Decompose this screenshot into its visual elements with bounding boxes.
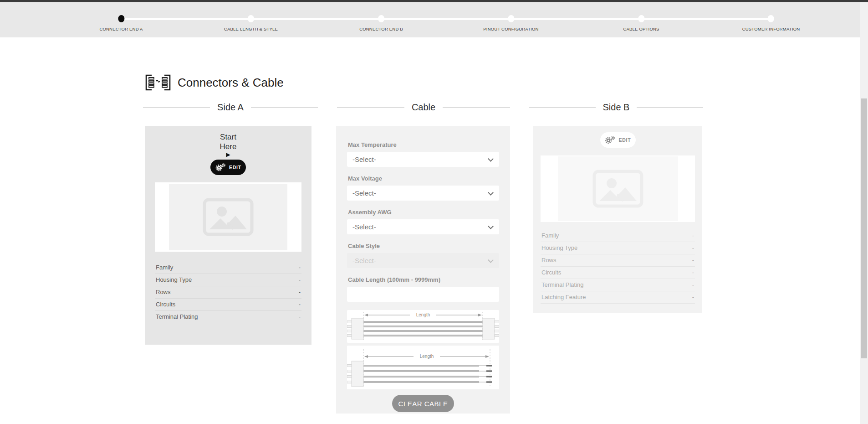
max-voltage-select[interactable]: -Select- xyxy=(347,186,499,201)
start-hint-line1: Start xyxy=(145,132,311,142)
step-label: CONNECTOR END B xyxy=(359,26,403,31)
property-value: - xyxy=(692,232,694,239)
step-circle[interactable] xyxy=(378,15,384,22)
property-row: Terminal Plating- xyxy=(155,311,301,323)
cable-single-connector-illustration: Length xyxy=(347,346,499,389)
cable-style-select[interactable]: -Select- xyxy=(347,253,499,268)
stepper-track xyxy=(121,18,771,20)
property-row: Rows- xyxy=(541,254,695,267)
stepper-step[interactable]: PINOUT CONFIGURATION xyxy=(483,15,538,31)
side-b-edit-button[interactable]: EDIT xyxy=(600,132,636,148)
stepper-step[interactable]: CABLE LENGTH & STYLE xyxy=(224,15,278,31)
scrollbar-track[interactable] xyxy=(860,2,868,424)
side-a-title: Side A xyxy=(217,102,244,113)
max-temperature-label: Max Temperature xyxy=(348,141,499,148)
step-label: CABLE OPTIONS xyxy=(623,26,659,31)
cable-length-label: Cable Length (100mm - 9999mm) xyxy=(348,276,499,283)
cable-style-label: Cable Style xyxy=(348,243,499,249)
property-label: Housing Type xyxy=(156,276,192,283)
clear-cable-button[interactable]: CLEAR CABLE xyxy=(392,395,454,412)
side-b-image-placeholder xyxy=(558,156,678,221)
property-label: Family xyxy=(541,232,559,239)
stepper-step[interactable]: CONNECTOR END B xyxy=(359,15,403,31)
image-placeholder-icon xyxy=(592,169,643,208)
property-value: - xyxy=(299,264,301,271)
connector-cable-icon xyxy=(145,74,171,91)
stepper-step[interactable]: CONNECTOR END A xyxy=(99,15,143,31)
max-voltage-label: Max Voltage xyxy=(348,175,499,182)
svg-text:Length: Length xyxy=(416,312,430,317)
step-label: CUSTOMER INFORMATION xyxy=(742,26,800,31)
property-label: Family xyxy=(156,264,173,271)
cable-title: Cable xyxy=(412,102,435,113)
side-b-header: Side B xyxy=(529,102,703,113)
divider-line xyxy=(337,107,404,108)
assembly-awg-label: Assembly AWG xyxy=(348,209,499,216)
assembly-awg-select[interactable]: -Select- xyxy=(347,219,499,234)
property-row: Housing Type- xyxy=(541,242,695,254)
property-label: Circuits xyxy=(541,269,561,276)
cable-diagram-single-end: Length xyxy=(347,346,499,389)
max-temperature-field: Max Temperature -Select- xyxy=(347,141,499,167)
cable-length-field: Cable Length (100mm - 9999mm) xyxy=(347,276,499,302)
stepper-step[interactable]: CUSTOMER INFORMATION xyxy=(742,15,800,31)
cable-length-input[interactable] xyxy=(347,287,499,302)
property-label: Housing Type xyxy=(541,244,577,251)
step-circle[interactable] xyxy=(508,15,514,22)
step-circle[interactable] xyxy=(248,15,254,22)
divider-line xyxy=(443,107,510,108)
start-arrow-icon: ▶ xyxy=(145,151,311,158)
divider-line xyxy=(251,107,318,108)
wizard-stepper: CONNECTOR END ACABLE LENGTH & STYLECONNE… xyxy=(0,2,860,37)
max-temperature-select[interactable]: -Select- xyxy=(347,152,499,167)
property-row: Latching Feature- xyxy=(541,291,695,304)
property-row: Family- xyxy=(155,262,301,274)
scrollbar-thumb[interactable] xyxy=(861,98,867,358)
property-label: Terminal Plating xyxy=(156,313,198,320)
max-voltage-field: Max Voltage -Select- xyxy=(347,175,499,201)
page-title: Connectors & Cable xyxy=(178,76,284,90)
cable-both-connectors-illustration: Length xyxy=(347,310,499,343)
property-value: - xyxy=(692,294,694,300)
property-label: Rows xyxy=(156,289,171,295)
property-value: - xyxy=(692,244,694,251)
svg-text:Length: Length xyxy=(420,354,434,359)
assembly-awg-field: Assembly AWG -Select- xyxy=(347,209,499,234)
side-b-card: EDIT Family-Housing Type-Rows-Circuits-T… xyxy=(533,126,702,313)
cable-diagram-both-ends: Length xyxy=(347,310,499,343)
step-circle[interactable] xyxy=(768,15,774,22)
start-here-hint: Start Here xyxy=(145,132,311,151)
property-value: - xyxy=(299,276,301,283)
gears-icon xyxy=(604,136,615,144)
side-a-image-frame xyxy=(155,182,301,252)
property-value: - xyxy=(692,269,694,276)
side-a-card: Start Here ▶ EDIT xyxy=(145,126,311,345)
step-circle[interactable] xyxy=(118,15,124,22)
divider-line xyxy=(143,107,210,108)
step-label: CABLE LENGTH & STYLE xyxy=(224,26,278,31)
step-label: PINOUT CONFIGURATION xyxy=(483,26,538,31)
stepper-step[interactable]: CABLE OPTIONS xyxy=(623,15,659,31)
property-row: Terminal Plating- xyxy=(541,279,695,291)
side-a-edit-button[interactable]: EDIT xyxy=(210,160,246,175)
cable-configurator-page: CONNECTOR END ACABLE LENGTH & STYLECONNE… xyxy=(0,0,868,424)
cable-header: Cable xyxy=(337,102,510,113)
image-placeholder-icon xyxy=(203,197,254,237)
property-value: - xyxy=(299,301,301,308)
property-value: - xyxy=(299,289,301,295)
cable-style-field: Cable Style -Select- xyxy=(347,243,499,268)
property-value: - xyxy=(299,313,301,320)
divider-line xyxy=(637,107,703,108)
property-label: Latching Feature xyxy=(541,294,586,300)
gears-icon xyxy=(215,163,226,171)
side-b-image-frame xyxy=(541,155,695,222)
property-label: Terminal Plating xyxy=(541,281,584,288)
property-row: Circuits- xyxy=(155,299,301,311)
step-circle[interactable] xyxy=(638,15,644,22)
property-label: Circuits xyxy=(156,301,175,308)
side-a-header: Side A xyxy=(143,102,318,113)
side-a-image-placeholder xyxy=(169,184,287,250)
property-label: Rows xyxy=(541,257,557,264)
side-b-title: Side B xyxy=(603,102,630,113)
property-row: Rows- xyxy=(155,286,301,299)
